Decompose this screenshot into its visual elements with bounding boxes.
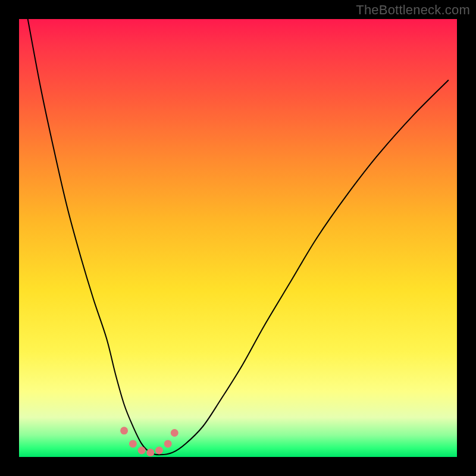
curve-svg [19, 19, 457, 457]
curve-marker [120, 427, 128, 434]
curve-marker [146, 449, 154, 456]
watermark-text: TheBottleneck.com [356, 2, 470, 18]
curve-marker [164, 440, 172, 447]
bottleneck-curve [28, 19, 449, 455]
curve-marker [155, 447, 163, 455]
plot-area [19, 19, 457, 457]
chart-frame: TheBottleneck.com [0, 0, 476, 476]
marker-group [120, 427, 178, 456]
curve-marker [138, 447, 146, 455]
curve-marker [129, 440, 137, 447]
curve-marker [171, 429, 178, 437]
